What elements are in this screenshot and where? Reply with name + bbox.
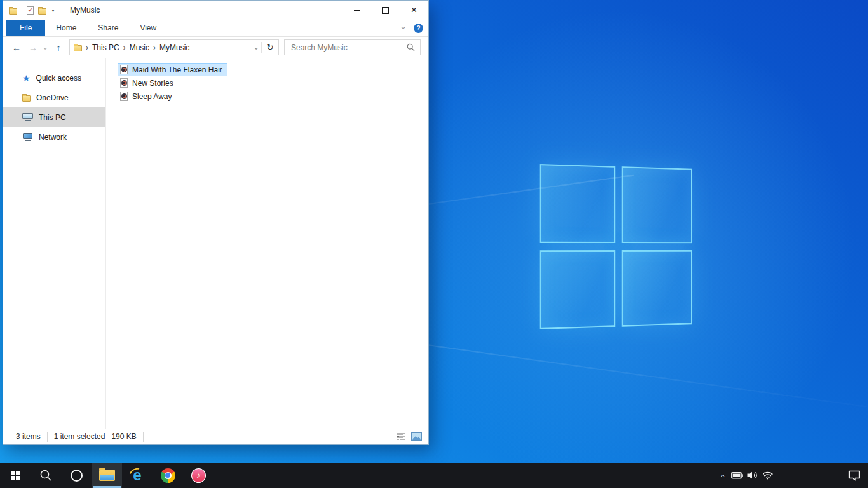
taskbar-internet-explorer-button[interactable]: e bbox=[122, 463, 153, 488]
recent-locations-button[interactable]: › bbox=[41, 42, 50, 53]
details-view-icon bbox=[397, 432, 407, 441]
maximize-icon bbox=[382, 7, 389, 14]
cortana-icon bbox=[71, 470, 83, 482]
breadcrumb-chevron-icon: › bbox=[82, 43, 92, 52]
tab-file[interactable]: File bbox=[6, 20, 45, 36]
close-button[interactable]: × bbox=[400, 1, 428, 20]
sidebar-item-label: Quick access bbox=[36, 74, 81, 83]
battery-icon bbox=[731, 472, 743, 479]
navigation-bar: ← → › ↑ › This PC › Music › MyMusic › ↻ bbox=[3, 37, 428, 58]
start-button[interactable] bbox=[0, 463, 31, 488]
refresh-icon: ↻ bbox=[267, 43, 274, 52]
file-list: Maid With The Flaxen Hair New Stories Sl… bbox=[106, 58, 428, 429]
wifi-tray-button[interactable] bbox=[760, 463, 775, 488]
internet-explorer-icon: e bbox=[129, 467, 146, 484]
address-dropdown-button[interactable]: › bbox=[255, 42, 257, 53]
action-center-button[interactable] bbox=[846, 463, 862, 488]
taskbar-itunes-button[interactable]: ♪ bbox=[183, 463, 214, 488]
sidebar-item-label: This PC bbox=[39, 113, 66, 122]
divider bbox=[261, 42, 262, 53]
properties-button-icon[interactable]: ✓ bbox=[27, 6, 34, 15]
customize-toolbar-dropdown-icon[interactable]: ▾ bbox=[51, 8, 55, 13]
tab-share[interactable]: Share bbox=[87, 20, 129, 36]
navigation-pane: ★ Quick access OneDrive This PC Network bbox=[3, 58, 106, 429]
cortana-button[interactable] bbox=[61, 463, 92, 488]
breadcrumb-this-pc[interactable]: This PC bbox=[92, 43, 119, 52]
search-icon bbox=[39, 469, 52, 482]
file-item[interactable]: New Stories bbox=[118, 76, 179, 90]
taskbar-file-explorer-button[interactable] bbox=[92, 463, 122, 488]
volume-tray-button[interactable] bbox=[745, 463, 760, 488]
ribbon-tabbar: File Home Share View › ? bbox=[3, 20, 428, 37]
file-explorer-icon bbox=[99, 470, 115, 481]
explorer-app-icon[interactable] bbox=[9, 8, 17, 15]
file-name: New Stories bbox=[132, 79, 173, 88]
refresh-button[interactable]: ↻ bbox=[263, 43, 277, 52]
maximize-button[interactable] bbox=[371, 1, 400, 20]
tab-view[interactable]: View bbox=[129, 20, 167, 36]
large-icons-view-icon bbox=[411, 432, 422, 441]
breadcrumb-chevron-icon: › bbox=[119, 43, 130, 52]
folder-icon bbox=[22, 95, 31, 102]
back-icon: ← bbox=[12, 43, 21, 53]
battery-tray-button[interactable] bbox=[729, 463, 745, 488]
minimize-button[interactable] bbox=[342, 1, 371, 20]
help-button[interactable]: ? bbox=[414, 24, 423, 33]
divider bbox=[22, 6, 22, 15]
forward-button[interactable]: → bbox=[25, 43, 41, 52]
windows-logo-pane bbox=[621, 166, 692, 243]
file-item[interactable]: Sleep Away bbox=[118, 90, 177, 103]
search-input[interactable] bbox=[290, 43, 407, 53]
breadcrumb-mymusic[interactable]: MyMusic bbox=[159, 43, 189, 52]
chevron-up-icon: › bbox=[717, 474, 727, 477]
up-icon: ↑ bbox=[57, 43, 61, 53]
taskbar-search-button[interactable] bbox=[31, 463, 61, 488]
tray-overflow-button[interactable]: › bbox=[714, 463, 729, 488]
windows-logo-pane bbox=[540, 164, 615, 243]
speaker-icon bbox=[747, 471, 758, 480]
address-bar[interactable]: › This PC › Music › MyMusic › ↻ bbox=[69, 39, 279, 55]
file-item[interactable]: Maid With The Flaxen Hair bbox=[118, 63, 227, 76]
audio-file-icon bbox=[120, 78, 128, 88]
search-icon[interactable] bbox=[407, 43, 415, 51]
windows-logo bbox=[540, 164, 692, 329]
windows-start-icon bbox=[11, 471, 20, 480]
sidebar-item-onedrive[interactable]: OneDrive bbox=[3, 88, 105, 107]
windows-logo-pane bbox=[540, 250, 615, 329]
breadcrumb-music[interactable]: Music bbox=[130, 43, 149, 52]
sidebar-item-label: OneDrive bbox=[36, 93, 69, 102]
star-icon: ★ bbox=[22, 74, 31, 83]
breadcrumb-chevron-icon: › bbox=[149, 43, 159, 52]
taskbar: e ♪ › bbox=[0, 463, 868, 488]
chevron-down-icon: › bbox=[253, 47, 260, 49]
selection-count: 1 item selected bbox=[54, 432, 105, 441]
large-icons-view-button[interactable] bbox=[411, 432, 422, 441]
item-count: 3 items bbox=[16, 432, 41, 441]
up-button[interactable]: ↑ bbox=[50, 43, 67, 52]
taskbar-chrome-button[interactable] bbox=[153, 463, 183, 488]
close-icon: × bbox=[411, 5, 417, 15]
new-folder-button-icon[interactable] bbox=[38, 8, 46, 15]
expand-ribbon-button[interactable]: › bbox=[402, 20, 405, 36]
divider bbox=[60, 6, 60, 15]
details-view-button[interactable] bbox=[397, 432, 407, 441]
sidebar-item-network[interactable]: Network bbox=[3, 127, 105, 147]
system-tray: › bbox=[714, 463, 868, 488]
search-box bbox=[284, 39, 421, 55]
help-icon: ? bbox=[416, 25, 420, 32]
folder-icon bbox=[74, 45, 82, 51]
status-bar: 3 items 1 item selected 190 KB bbox=[3, 429, 428, 444]
back-button[interactable]: ← bbox=[8, 43, 25, 52]
tab-home[interactable]: Home bbox=[45, 20, 87, 36]
divider bbox=[143, 432, 144, 442]
action-center-icon bbox=[848, 470, 860, 481]
sidebar-item-this-pc[interactable]: This PC bbox=[3, 107, 105, 127]
forward-icon: → bbox=[29, 43, 37, 53]
file-name: Maid With The Flaxen Hair bbox=[132, 65, 222, 74]
sidebar-item-quick-access[interactable]: ★ Quick access bbox=[3, 68, 105, 88]
quick-access-toolbar: ✓ ▾ MyMusic bbox=[9, 6, 100, 15]
titlebar: ✓ ▾ MyMusic × bbox=[3, 1, 428, 20]
itunes-icon: ♪ bbox=[191, 468, 206, 483]
audio-file-icon bbox=[120, 65, 128, 74]
audio-file-icon bbox=[120, 92, 128, 101]
